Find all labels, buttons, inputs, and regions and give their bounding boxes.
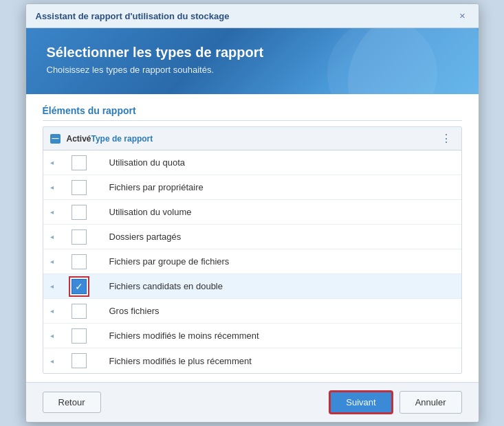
checkbox-wrapper: [58, 180, 100, 195]
header-banner: Sélectionner les types de rapport Choisi…: [26, 28, 479, 94]
title-bar: Assistant de rapport d'utilisation du st…: [26, 4, 479, 28]
row-arrow: ◂: [50, 357, 57, 365]
checkbox-wrapper: [58, 229, 100, 245]
checkbox-wrapper: [58, 155, 100, 170]
row-checkbox[interactable]: [72, 155, 87, 170]
table-header: — Activé Type de rapport ⋮: [43, 127, 461, 150]
table-row: ◂ Utilisation du quota: [43, 150, 461, 175]
row-arrow: ◂: [50, 332, 57, 339]
checkbox-wrapper: [58, 254, 100, 269]
table-row: ◂ Fichiers par groupe de fichiers: [43, 249, 461, 274]
dialog-window: Assistant de rapport d'utilisation du st…: [25, 3, 479, 423]
checkbox-wrapper: [58, 304, 100, 319]
active-column-header: — Activé: [50, 134, 91, 144]
row-arrow: ◂: [50, 208, 57, 216]
row-label: Fichiers modifiés le plus récemment: [100, 356, 454, 366]
table-row: ◂ Fichiers modifiés le moins récemment: [43, 324, 461, 348]
dialog-footer: Retour Suivant Annuler: [26, 382, 479, 422]
row-checkbox[interactable]: [72, 180, 87, 195]
row-label: Fichiers par groupe de fichiers: [100, 256, 454, 267]
row-checkbox[interactable]: [72, 254, 87, 269]
table-row: ◂ Fichiers par propriétaire: [43, 175, 461, 200]
row-arrow: ◂: [50, 159, 57, 166]
next-button[interactable]: Suivant: [329, 391, 392, 414]
row-checkbox[interactable]: [72, 353, 87, 368]
table-row: ◂ Gros fichiers: [43, 299, 461, 324]
dialog-title: Assistant de rapport d'utilisation du st…: [36, 11, 230, 21]
table-row: ◂ Fichiers modifiés le plus récemment: [43, 348, 461, 373]
cancel-button[interactable]: Annuler: [399, 391, 462, 414]
checkbox-wrapper: [58, 328, 100, 344]
row-label: Fichiers par propriétaire: [100, 182, 454, 192]
type-column-header: Type de rapport: [91, 134, 438, 144]
row-checkbox-checked[interactable]: ✓: [72, 279, 87, 294]
table-row-selected: ◂ ✓ Fichiers candidats en double: [43, 274, 461, 299]
footer-right-buttons: Suivant Annuler: [329, 391, 461, 414]
active-indicator: —: [50, 134, 61, 144]
checkbox-wrapper: [58, 205, 100, 220]
row-label: Gros fichiers: [100, 306, 454, 316]
row-label: Fichiers modifiés le moins récemment: [100, 330, 454, 341]
content-area: Éléments du rapport — Activé Type de rap…: [26, 94, 479, 382]
checkbox-wrapper: [58, 353, 100, 368]
row-label: Utilisation du quota: [100, 157, 454, 168]
row-arrow: ◂: [50, 307, 57, 315]
back-button[interactable]: Retour: [43, 392, 101, 413]
row-checkbox[interactable]: [72, 229, 87, 245]
active-header-label: Activé: [66, 134, 91, 144]
row-checkbox[interactable]: [72, 328, 87, 344]
table-row: ◂ Utilisation du volume: [43, 200, 461, 225]
row-label: Dossiers partagés: [100, 232, 454, 242]
row-checkbox[interactable]: [72, 304, 87, 319]
row-label: Utilisation du volume: [100, 207, 454, 217]
row-arrow: ◂: [50, 233, 57, 240]
checkbox-wrapper: ✓: [58, 279, 100, 294]
menu-icon[interactable]: ⋮: [438, 132, 454, 145]
section-title: Éléments du rapport: [43, 105, 462, 121]
table-row: ◂ Dossiers partagés: [43, 225, 461, 249]
row-arrow: ◂: [50, 282, 57, 290]
row-label-selected: Fichiers candidats en double: [100, 281, 454, 291]
banner-subtitle: Choisissez les types de rapport souhaité…: [47, 65, 458, 75]
row-checkbox[interactable]: [72, 205, 87, 220]
banner-title: Sélectionner les types de rapport: [47, 45, 458, 60]
active-indicator-icon: —: [52, 135, 58, 142]
close-button[interactable]: ×: [457, 10, 469, 22]
row-arrow: ◂: [50, 258, 57, 265]
row-arrow: ◂: [50, 183, 57, 191]
report-type-table: — Activé Type de rapport ⋮ ◂ Utilisation…: [43, 126, 462, 374]
